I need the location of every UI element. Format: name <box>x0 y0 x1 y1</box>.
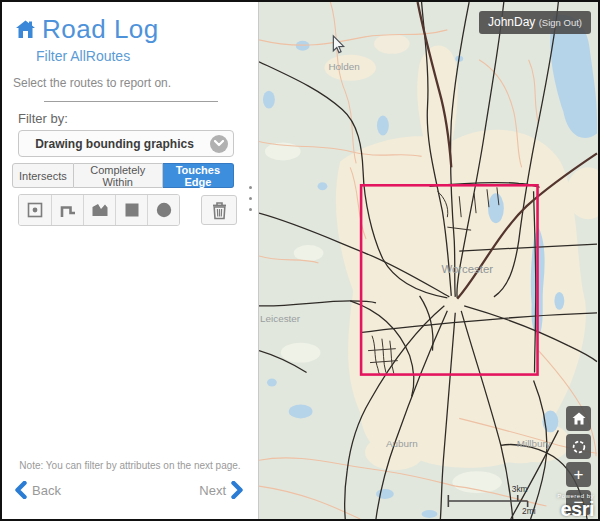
scale-mi-label: 2mi <box>522 506 536 516</box>
draw-circle-icon <box>155 201 173 219</box>
back-button[interactable]: Back <box>14 481 61 499</box>
dropdown-selected-value: Drawing bounding graphics <box>19 137 210 151</box>
mode-touches-edge-button[interactable]: Touches Edge <box>163 163 234 188</box>
user-badge[interactable]: JohnDay (Sign Out) <box>479 11 591 34</box>
draw-polygon-icon <box>90 201 110 219</box>
spatial-mode-group: Intersects Completely Within Touches Edg… <box>12 163 234 188</box>
label-auburn: Auburn <box>386 438 418 449</box>
next-label: Next <box>199 483 226 498</box>
locate-icon <box>571 439 587 455</box>
wizard-nav: Back Next <box>2 481 258 511</box>
filter-allroutes-link[interactable]: Filter AllRoutes <box>2 45 258 64</box>
mode-intersects-button[interactable]: Intersects <box>12 163 74 188</box>
home-icon <box>572 412 586 425</box>
chevron-left-icon <box>14 481 27 499</box>
label-worcester: Worcester <box>441 263 493 275</box>
delete-graphics-button[interactable] <box>201 195 237 225</box>
panel-resize-handle[interactable] <box>249 186 252 211</box>
description-text: Select the routes to report on. <box>2 64 258 90</box>
draw-polyline-button[interactable] <box>51 195 83 225</box>
filter-method-dropdown[interactable]: Drawing bounding graphics <box>18 130 234 157</box>
draw-rectangle-button[interactable] <box>115 195 147 225</box>
draw-toolbar <box>18 194 258 226</box>
locate-button[interactable] <box>566 434 591 459</box>
draw-point-button[interactable] <box>19 195 51 225</box>
road-log-window: Road Log Filter AllRoutes Select the rou… <box>0 0 600 521</box>
filter-by-label: Filter by: <box>2 102 258 130</box>
draw-rectangle-icon <box>124 202 140 218</box>
footer-note: Note: You can filter by attributes on th… <box>2 460 258 481</box>
page-title: Road Log <box>42 14 159 45</box>
basemap: Holden Worcester Leicester Auburn Millbu… <box>259 2 598 519</box>
app-header: Road Log <box>2 12 258 45</box>
chevron-down-icon[interactable] <box>210 135 228 153</box>
map-controls: + − <box>566 406 591 515</box>
draw-polygon-button[interactable] <box>83 195 115 225</box>
sign-out-link[interactable]: (Sign Out) <box>539 17 582 28</box>
filter-panel: Road Log Filter AllRoutes Select the rou… <box>2 2 259 519</box>
draw-polyline-icon <box>58 200 78 220</box>
mode-completely-within-button[interactable]: Completely Within <box>74 163 163 188</box>
label-holden: Holden <box>328 61 359 72</box>
chevron-right-icon <box>231 481 244 499</box>
home-icon <box>15 20 36 39</box>
zoom-in-button[interactable]: + <box>566 462 591 487</box>
zoom-out-button[interactable]: − <box>566 490 591 515</box>
label-leicester: Leicester <box>260 313 301 324</box>
scale-km-label: 3km <box>512 484 528 494</box>
map-view[interactable]: Holden Worcester Leicester Auburn Millbu… <box>259 2 598 519</box>
next-button[interactable]: Next <box>199 481 244 499</box>
label-millbury: Millbury <box>517 438 551 449</box>
draw-tool-group <box>18 194 180 226</box>
draw-point-icon <box>26 201 44 219</box>
trash-icon <box>211 201 228 220</box>
home-extent-button[interactable] <box>566 406 591 431</box>
draw-circle-button[interactable] <box>147 195 179 225</box>
back-label: Back <box>32 483 61 498</box>
user-name: JohnDay <box>488 15 535 29</box>
